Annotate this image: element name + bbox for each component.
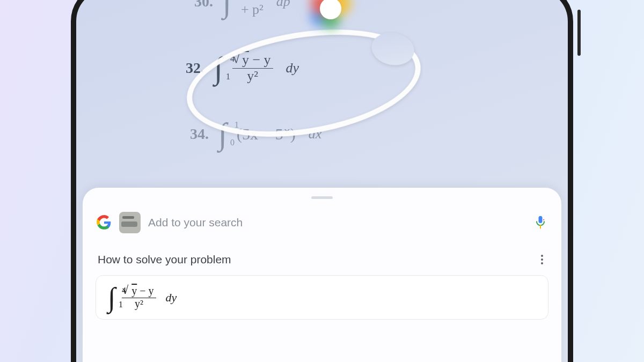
section-header: How to solve your problem [98, 252, 546, 268]
sheet-drag-handle[interactable] [311, 196, 333, 199]
problem-32[interactable]: 32. ∫ 4 1 y − y y² dy [186, 53, 299, 84]
search-input[interactable] [148, 216, 527, 229]
problem-30: 30. ∫ 4 + p² dp [194, 0, 290, 17]
phone-frame: 30. ∫ 4 + p² dp 32. ∫ 4 1 y − y y² [71, 0, 573, 362]
equation-card[interactable]: ∫ 4 1 y − y y² dy [96, 275, 548, 320]
search-thumbnail-icon[interactable] [119, 212, 141, 233]
integral-icon: ∫ [223, 0, 231, 9]
problem-34: 34. ∫ 1 0 (5x − 5ˣ) dx [190, 124, 321, 143]
more-options-button[interactable] [538, 252, 546, 268]
problem-32-number: 32. [186, 60, 204, 77]
microphone-icon[interactable] [535, 215, 546, 230]
problem-34-number: 34. [190, 125, 209, 143]
results-bottom-sheet[interactable]: How to solve your problem ∫ 4 1 y − y y²… [83, 188, 561, 362]
search-bar[interactable] [96, 209, 548, 237]
integral-icon: ∫ 1 0 [218, 126, 227, 142]
problem-30-differential: dp [276, 0, 290, 10]
problem-30-fraction: 4 + p² [241, 0, 264, 17]
problem-30-number: 30. [194, 0, 213, 10]
integral-icon: ∫ 4 1 [108, 291, 115, 305]
problem-32-differential: dy [286, 60, 299, 76]
integral-icon: ∫ 4 1 [214, 60, 223, 76]
problem-34-differential: dx [309, 126, 322, 142]
problem-32-fraction: y − y y² [232, 53, 273, 84]
equation-fraction: y − y y² [122, 285, 156, 309]
equation-differential: dy [166, 291, 177, 305]
section-title: How to solve your problem [98, 253, 231, 266]
app-stage: 30. ∫ 4 + p² dp 32. ∫ 4 1 y − y y² [0, 0, 644, 362]
problem-34-body: (5x − 5ˣ) [237, 124, 296, 143]
svg-point-2 [543, 219, 544, 220]
recognized-equation: ∫ 4 1 y − y y² dy [108, 285, 536, 309]
google-logo-icon [97, 215, 112, 230]
svg-rect-0 [539, 216, 543, 223]
phone-side-button [577, 10, 581, 56]
